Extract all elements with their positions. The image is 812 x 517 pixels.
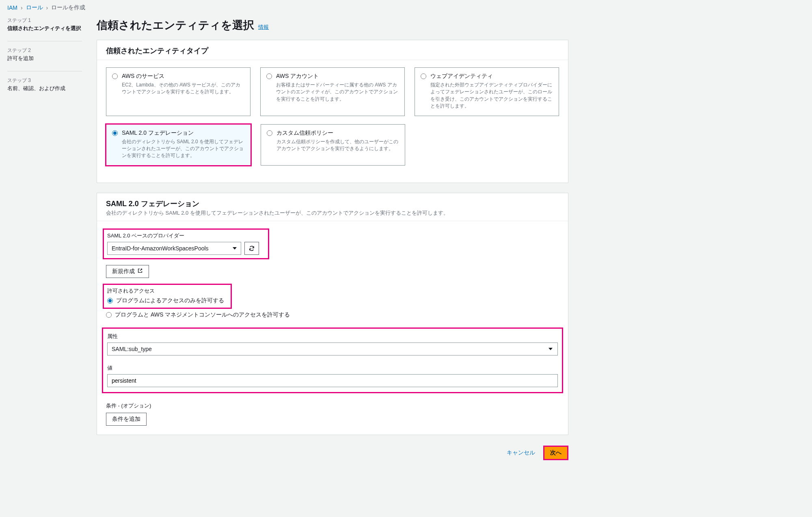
info-link[interactable]: 情報 (258, 24, 269, 31)
next-button[interactable]: 次へ (544, 446, 568, 459)
breadcrumb-iam[interactable]: IAM (7, 4, 17, 11)
value-label: 値 (107, 364, 558, 372)
radio-aws-account[interactable] (266, 73, 272, 79)
create-new-provider-button[interactable]: 新規作成 (106, 265, 149, 278)
value-input[interactable] (107, 374, 558, 387)
radio-aws-service[interactable] (112, 73, 118, 79)
saml-config-subtitle: 会社のディレクトリから SAML 2.0 を使用してフェデレーションされたユーザ… (106, 209, 559, 217)
attribute-label: 属性 (107, 333, 558, 340)
refresh-icon (248, 245, 255, 252)
external-link-icon (137, 268, 143, 275)
conditions-label: 条件 - (オプション) (106, 402, 559, 409)
breadcrumb-current: ロールを作成 (51, 4, 85, 11)
step-1-title: 信頼されたエンティティを選択 (7, 25, 82, 32)
chevron-down-icon (549, 348, 553, 350)
step-2-title: 許可を追加 (7, 55, 82, 62)
access-option-programmatic-console[interactable]: プログラムと AWS マネジメントコンソールへのアクセスを許可する (106, 311, 559, 319)
saml-config-heading: SAML 2.0 フェデレーション (106, 199, 559, 209)
step-3-label: ステップ 3 (7, 77, 82, 84)
breadcrumb: IAM › ロール › ロールを作成 (0, 0, 568, 15)
radio-saml-federation[interactable] (112, 130, 118, 136)
entity-type-panel: 信頼されたエンティティタイプ AWS のサービス EC2、Lambda、その他の… (97, 40, 568, 183)
breadcrumb-roles[interactable]: ロール (26, 4, 43, 11)
radio-custom-trust-policy[interactable] (267, 130, 272, 136)
saml-provider-select[interactable]: EntraID-for-AmazonWorkSpacesPools (107, 242, 241, 255)
chevron-right-icon: › (46, 4, 48, 11)
entity-tile-aws-account[interactable]: AWS アカウント お客様またはサードパーティーに属する他の AWS アカウント… (260, 67, 405, 116)
step-3-title: 名前、確認、および作成 (7, 85, 82, 92)
attribute-select[interactable]: SAML:sub_type (107, 343, 558, 355)
refresh-button[interactable] (244, 242, 259, 255)
chevron-down-icon (233, 247, 237, 250)
radio-access-programmatic[interactable] (107, 298, 113, 304)
radio-web-identity[interactable] (421, 73, 426, 79)
saml-provider-label: SAML 2.0 ベースのプロバイダー (107, 232, 265, 239)
radio-access-programmatic-console[interactable] (106, 312, 112, 318)
entity-tile-web-identity[interactable]: ウェブアイデンティティ 指定された外部ウェブアイデンティティプロバイダーによって… (415, 67, 559, 116)
page-title: 信頼されたエンティティを選択 情報 (97, 18, 269, 32)
entity-type-heading: 信頼されたエンティティタイプ (106, 46, 559, 56)
add-condition-button[interactable]: 条件を追加 (106, 413, 147, 426)
allowed-access-label: 許可されるアクセス (107, 287, 224, 295)
step-2-label: ステップ 2 (7, 47, 82, 54)
cancel-button[interactable]: キャンセル (501, 446, 541, 459)
entity-tile-saml-federation[interactable]: SAML 2.0 フェデレーション 会社のディレクトリから SAML 2.0 を… (106, 124, 251, 166)
footer-actions: キャンセル 次へ (97, 445, 568, 469)
entity-tile-custom-trust-policy[interactable]: カスタム信頼ポリシー カスタム信頼ポリシーを作成して、他のユーザーがこのアカウン… (261, 124, 406, 166)
step-1-label: ステップ 1 (7, 17, 82, 24)
wizard-steps-sidebar: ステップ 1 信頼されたエンティティを選択 ステップ 2 許可を追加 ステップ … (0, 15, 89, 469)
entity-tile-aws-service[interactable]: AWS のサービス EC2、Lambda、その他の AWS サービスが、このアカ… (106, 67, 251, 116)
access-option-programmatic[interactable]: プログラムによるアクセスのみを許可する (107, 297, 224, 304)
chevron-right-icon: › (21, 4, 23, 11)
saml-config-panel: SAML 2.0 フェデレーション 会社のディレクトリから SAML 2.0 を… (97, 193, 568, 435)
